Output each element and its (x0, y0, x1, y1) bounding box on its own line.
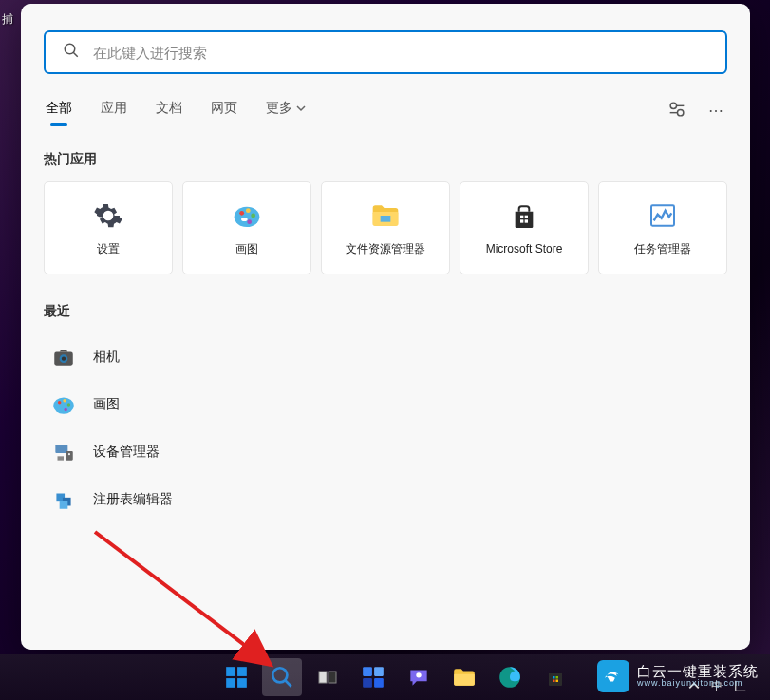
taskview-button[interactable] (308, 658, 347, 696)
folder-icon (369, 199, 402, 232)
svg-line-38 (285, 680, 291, 687)
app-label: 任务管理器 (634, 241, 691, 257)
camera-icon (51, 345, 76, 369)
account-settings-icon[interactable] (667, 99, 687, 123)
svg-rect-36 (237, 678, 247, 688)
top-apps-grid: 设置 画图 文件资源管理器 Microsoft Store 任务管理器 (44, 181, 727, 274)
taskbar-store-button[interactable] (535, 658, 575, 696)
svg-point-5 (239, 210, 244, 215)
recent-label: 相机 (93, 349, 120, 366)
devicemgr-icon (51, 440, 76, 464)
svg-rect-49 (556, 676, 559, 679)
svg-rect-42 (374, 667, 384, 676)
tab-apps[interactable]: 应用 (101, 100, 127, 123)
tab-all[interactable]: 全部 (46, 100, 72, 123)
svg-point-7 (251, 213, 255, 218)
recent-item-paint[interactable]: 画图 (44, 381, 727, 428)
store-icon (508, 200, 540, 233)
svg-point-6 (246, 208, 251, 213)
svg-point-28 (68, 453, 70, 455)
watermark-logo-icon (597, 660, 629, 692)
taskmgr-icon (647, 199, 679, 232)
svg-rect-26 (66, 451, 73, 461)
svg-point-37 (272, 668, 287, 682)
svg-rect-27 (58, 456, 65, 460)
svg-point-3 (677, 109, 683, 115)
tab-more-label: 更多 (266, 100, 292, 117)
svg-point-8 (247, 219, 252, 224)
svg-rect-33 (226, 667, 235, 676)
app-card-microsoft-store[interactable]: Microsoft Store (460, 181, 589, 274)
svg-rect-14 (520, 219, 523, 222)
watermark-title: 白云一键重装系统 (637, 664, 759, 680)
svg-rect-34 (237, 667, 247, 676)
svg-point-22 (63, 399, 66, 402)
svg-rect-31 (60, 501, 68, 509)
svg-rect-46 (454, 674, 475, 686)
svg-rect-44 (374, 678, 384, 688)
tab-documents[interactable]: 文档 (156, 100, 182, 123)
desktop-icon-text-fragment: 捕 (2, 11, 13, 28)
svg-point-21 (58, 401, 61, 404)
recent-item-registry-editor[interactable]: 注册表编辑器 (44, 476, 727, 523)
svg-point-0 (65, 44, 75, 54)
recent-label: 设备管理器 (93, 444, 160, 461)
taskbar-edge-button[interactable] (490, 658, 530, 696)
svg-point-19 (62, 356, 66, 360)
taskbar-search-button[interactable] (262, 658, 302, 696)
app-card-task-manager[interactable]: 任务管理器 (598, 181, 727, 274)
paint-icon (51, 392, 76, 417)
svg-rect-13 (525, 216, 528, 218)
recent-list: 相机 画图 设备管理器 注册表编辑器 (44, 333, 727, 523)
top-apps-heading: 热门应用 (44, 151, 727, 168)
svg-point-45 (416, 672, 421, 677)
app-label: Microsoft Store (486, 242, 563, 255)
app-label: 文件资源管理器 (346, 241, 425, 257)
search-panel: 全部 应用 文档 网页 更多 ⋯ 热门应用 设置 (21, 4, 750, 650)
search-box[interactable] (44, 30, 727, 74)
svg-rect-35 (226, 678, 235, 688)
chevron-down-icon (296, 101, 306, 116)
svg-rect-15 (525, 219, 528, 222)
taskbar-center-items (216, 658, 575, 696)
widgets-button[interactable] (353, 658, 393, 696)
app-card-file-explorer[interactable]: 文件资源管理器 (321, 181, 450, 274)
start-button[interactable] (216, 658, 256, 696)
app-card-paint[interactable]: 画图 (182, 181, 311, 274)
regedit-icon (51, 487, 76, 512)
recent-label: 注册表编辑器 (93, 491, 173, 508)
svg-point-9 (241, 218, 248, 221)
app-label: 画图 (235, 241, 258, 257)
chat-button[interactable] (399, 658, 439, 696)
app-label: 设置 (97, 241, 120, 257)
recent-heading: 最近 (44, 303, 727, 320)
svg-rect-43 (363, 678, 372, 688)
svg-point-24 (64, 408, 66, 411)
svg-rect-12 (520, 216, 523, 218)
recent-item-device-manager[interactable]: 设备管理器 (44, 428, 727, 476)
svg-point-2 (670, 103, 676, 108)
svg-point-23 (67, 403, 70, 406)
svg-rect-41 (363, 667, 372, 676)
app-card-settings[interactable]: 设置 (44, 181, 173, 274)
svg-line-1 (73, 52, 78, 57)
svg-rect-50 (553, 680, 555, 683)
taskbar-explorer-button[interactable] (444, 658, 484, 696)
tab-web[interactable]: 网页 (211, 100, 237, 123)
svg-rect-11 (381, 216, 391, 222)
search-input[interactable] (93, 45, 708, 61)
settings-icon (92, 199, 124, 232)
recent-label: 画图 (93, 396, 120, 413)
search-icon (63, 42, 80, 63)
svg-rect-40 (329, 672, 336, 683)
svg-rect-39 (319, 672, 327, 683)
search-tabs: 全部 应用 文档 网页 更多 ⋯ (44, 99, 727, 123)
watermark-url: www.baiyunxitong.com (637, 679, 759, 689)
svg-rect-51 (556, 680, 559, 683)
more-options-icon[interactable]: ⋯ (708, 102, 725, 120)
tab-more[interactable]: 更多 (266, 100, 306, 123)
svg-rect-48 (553, 676, 555, 679)
paint-icon (231, 199, 263, 232)
watermark: 白云一键重装系统 www.baiyunxitong.com (597, 660, 759, 692)
recent-item-camera[interactable]: 相机 (44, 333, 727, 381)
